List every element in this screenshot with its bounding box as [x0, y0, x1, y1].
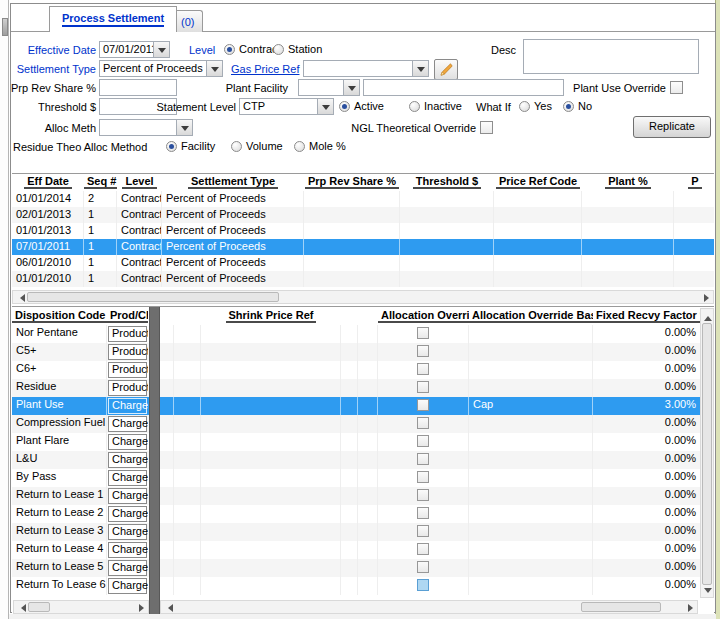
prp-rev-share-input[interactable]	[99, 79, 177, 96]
disposition-row[interactable]: Return to Lease 3Charge0.00%	[12, 523, 714, 541]
statement-level-combobox[interactable]: CTP	[239, 98, 334, 115]
chevron-down-icon[interactable]	[206, 61, 222, 76]
allocation-override-checkbox[interactable]	[417, 525, 429, 537]
effective-date-combobox[interactable]: 07/01/2011	[99, 41, 170, 58]
disposition-row[interactable]: C5+Product0.00%	[12, 343, 714, 361]
desc-textarea[interactable]	[523, 39, 699, 74]
scroll-right-icon[interactable]	[701, 292, 712, 303]
radio-icon[interactable]	[519, 101, 530, 112]
settlement-grid-hscrollbar[interactable]	[12, 290, 714, 304]
scroll-up-icon[interactable]	[702, 310, 713, 321]
allocation-override-checkbox[interactable]	[417, 507, 429, 519]
disposition-row[interactable]: Return to Lease 2Charge0.00%	[12, 505, 714, 523]
disposition-grid-vscrollbar[interactable]	[700, 308, 714, 598]
prod-chg-editor[interactable]: Product	[108, 362, 147, 378]
level-radio-station[interactable]: Station	[273, 43, 322, 55]
panel-splitter-grip[interactable]	[2, 18, 8, 36]
scroll-left-icon[interactable]	[15, 602, 26, 613]
scroll-thumb[interactable]	[581, 602, 661, 612]
settlement-type-combobox[interactable]: Percent of Proceeds	[99, 60, 223, 77]
radio-icon[interactable]	[294, 141, 305, 152]
scroll-thumb[interactable]	[28, 602, 50, 612]
scroll-left-icon[interactable]	[14, 292, 25, 303]
status-radio-active[interactable]: Active	[339, 100, 384, 112]
prod-chg-editor[interactable]: Charge	[108, 434, 147, 450]
allocation-override-checkbox[interactable]	[417, 435, 429, 447]
plant-use-override-checkbox[interactable]	[670, 81, 683, 94]
prod-chg-editor[interactable]: Charge	[108, 452, 147, 468]
settlement-row[interactable]: 02/01/20131ContractPercent of Proceeds	[12, 207, 714, 223]
allocation-override-checkbox[interactable]	[417, 381, 429, 393]
allocation-override-checkbox[interactable]	[417, 417, 429, 429]
disposition-row[interactable]: Plant UseChargeCap3.00%	[12, 397, 714, 415]
disposition-row[interactable]: Return to Lease 1Charge0.00%	[12, 487, 714, 505]
frozen-columns-hscrollbar[interactable]	[13, 600, 149, 614]
prod-chg-editor[interactable]: Product	[108, 380, 147, 396]
residue-radio-mole[interactable]: Mole %	[294, 140, 346, 152]
edit-price-ref-button[interactable]	[434, 59, 458, 80]
allocation-override-checkbox[interactable]	[417, 399, 429, 411]
allocation-override-checkbox[interactable]	[417, 561, 429, 573]
settlement-row[interactable]: 01/01/20142ContractPercent of Proceeds	[12, 191, 714, 207]
what-if-radio-no[interactable]: No	[563, 100, 592, 112]
ngl-theoretical-override-checkbox[interactable]	[480, 121, 493, 134]
disposition-row[interactable]: Return To Lease 6Charge0.00%	[12, 577, 714, 595]
prod-chg-editor[interactable]: Charge	[108, 488, 147, 504]
chevron-down-icon[interactable]	[176, 120, 192, 135]
allocation-override-checkbox[interactable]	[417, 345, 429, 357]
disposition-row[interactable]: Return to Lease 4Charge0.00%	[12, 541, 714, 559]
plant-facility-name-input[interactable]	[363, 79, 564, 96]
allocation-override-checkbox[interactable]	[417, 363, 429, 375]
radio-icon[interactable]	[339, 101, 350, 112]
disposition-grid-hscrollbar[interactable]	[160, 600, 698, 614]
chevron-down-icon[interactable]	[317, 99, 333, 114]
disposition-row[interactable]: Nor PentaneProduct0.00%	[12, 325, 714, 343]
disposition-row[interactable]: ResidueProduct0.00%	[12, 379, 714, 397]
prod-chg-editor[interactable]: Charge	[108, 398, 147, 414]
what-if-radio-yes[interactable]: Yes	[519, 100, 552, 112]
prod-chg-editor[interactable]: Charge	[108, 578, 147, 594]
radio-icon[interactable]	[231, 141, 242, 152]
prod-chg-editor[interactable]: Charge	[108, 542, 147, 558]
scroll-right-icon[interactable]	[685, 602, 696, 613]
residue-radio-facility[interactable]: Facility	[166, 140, 215, 152]
chevron-down-icon[interactable]	[412, 61, 428, 76]
allocation-override-checkbox[interactable]	[417, 579, 429, 591]
settlement-row[interactable]: 01/01/20131ContractPercent of Proceeds	[12, 223, 714, 239]
settlement-row[interactable]: 01/01/20101ContractPercent of Proceeds	[12, 271, 714, 287]
grid-column-splitter[interactable]	[149, 307, 160, 614]
residue-radio-volume[interactable]: Volume	[231, 140, 283, 152]
settlement-row[interactable]: 07/01/20111ContractPercent of Proceeds	[12, 239, 714, 255]
allocation-override-checkbox[interactable]	[417, 471, 429, 483]
prod-chg-editor[interactable]: Charge	[108, 416, 147, 432]
radio-icon[interactable]	[166, 141, 177, 152]
tab-process-settlement[interactable]: Process Settlement	[49, 6, 177, 32]
plant-facility-combobox[interactable]	[298, 79, 360, 96]
disposition-row[interactable]: By PassCharge0.00%	[12, 469, 714, 487]
radio-icon[interactable]	[224, 44, 235, 55]
radio-icon[interactable]	[563, 101, 574, 112]
disposition-row[interactable]: C6+Product0.00%	[12, 361, 714, 379]
radio-icon[interactable]	[273, 44, 284, 55]
allocation-override-checkbox[interactable]	[417, 453, 429, 465]
scroll-thumb[interactable]	[702, 323, 712, 585]
gas-price-ref-link[interactable]: Gas Price Ref	[231, 63, 299, 75]
scroll-down-icon[interactable]	[702, 585, 713, 596]
prod-chg-editor[interactable]: Product	[108, 344, 147, 360]
radio-icon[interactable]	[409, 101, 420, 112]
allocation-override-checkbox[interactable]	[417, 489, 429, 501]
prod-chg-editor[interactable]: Charge	[108, 470, 147, 486]
disposition-row[interactable]: Return to Lease 5Charge0.00%	[12, 559, 714, 577]
prod-chg-editor[interactable]: Charge	[108, 524, 147, 540]
chevron-down-icon[interactable]	[153, 42, 169, 57]
scroll-left-icon[interactable]	[162, 602, 173, 613]
disposition-row[interactable]: Compression FuelCharge0.00%	[12, 415, 714, 433]
scroll-right-icon[interactable]	[136, 602, 147, 613]
gas-price-ref-combobox[interactable]	[303, 60, 429, 77]
prod-chg-editor[interactable]: Charge	[108, 560, 147, 576]
settlement-row[interactable]: 06/01/20101ContractPercent of Proceeds	[12, 255, 714, 271]
chevron-down-icon[interactable]	[343, 80, 359, 95]
prod-chg-editor[interactable]: Product	[108, 326, 147, 342]
replicate-button[interactable]: Replicate	[633, 116, 711, 138]
allocation-override-checkbox[interactable]	[417, 327, 429, 339]
